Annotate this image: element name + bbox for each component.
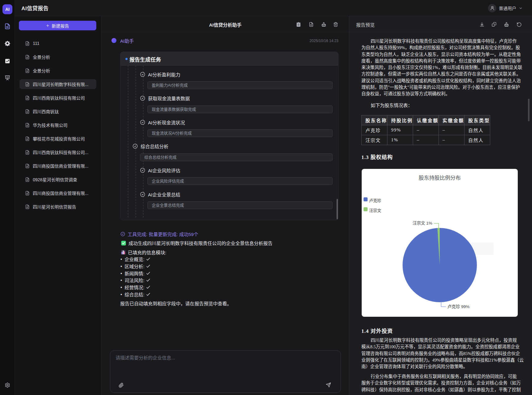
svg-text:汪宗文 1%: 汪宗文 1% bbox=[412, 221, 432, 225]
svg-text:卢克珍 99%: 卢克珍 99% bbox=[447, 304, 469, 309]
